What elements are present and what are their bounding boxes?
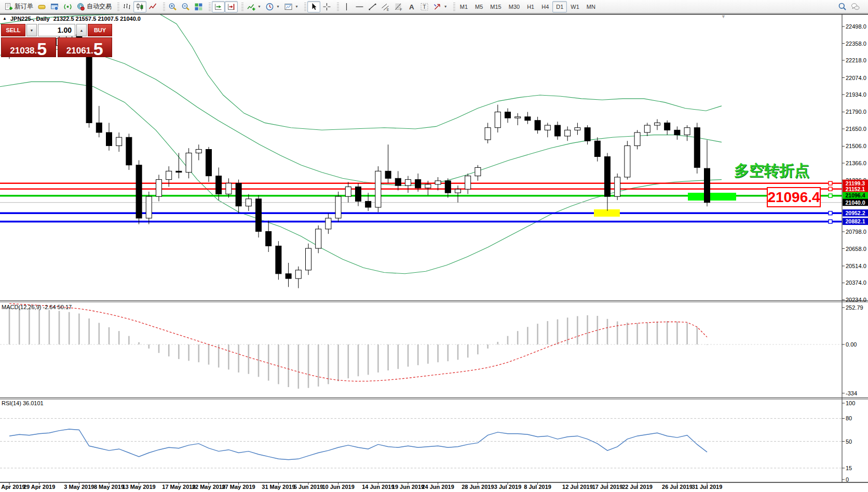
line-chart-button[interactable] — [146, 1, 159, 12]
date-label: 29 Apr 2019 — [23, 484, 55, 490]
date-label: 22 Jul 2019 — [622, 484, 653, 490]
toolbar-group-separator — [209, 3, 211, 11]
sell-button[interactable]: SELL — [1, 24, 25, 36]
line-anchor-handle[interactable] — [829, 181, 832, 185]
toolbar-group: EFAT▼ — [340, 1, 451, 13]
tile-windows-icon — [194, 3, 203, 11]
candle — [485, 128, 491, 140]
sell-price-box[interactable]: 21038. 5 — [1, 37, 56, 57]
vertical-line-icon — [342, 3, 351, 11]
chart-shift-marker-icon[interactable]: ▼ — [721, 14, 726, 19]
equidistant-channel-icon: E — [381, 3, 390, 11]
zoom-out-button[interactable] — [179, 1, 192, 12]
signals-button[interactable] — [61, 1, 74, 12]
candle — [375, 171, 381, 207]
date-label: 14 Jun 2019 — [362, 484, 394, 490]
candle — [594, 141, 600, 156]
macd-pane[interactable] — [0, 303, 842, 389]
vertical-line-button[interactable] — [340, 1, 353, 12]
timeframe-m30-button[interactable]: M30 — [505, 1, 523, 12]
chevron-down-icon[interactable]: ▼ — [295, 5, 299, 8]
one-click-collapse-icon[interactable]: ▲ — [3, 17, 7, 21]
buy-price-box[interactable]: 21061. 5 — [58, 37, 113, 57]
timeframe-h4-button[interactable]: H4 — [538, 1, 552, 12]
turning-point-annotation[interactable]: 多空转折点 — [734, 161, 809, 181]
equidistant-channel-button[interactable]: E — [379, 1, 392, 12]
line-anchor-handle[interactable] — [829, 187, 832, 191]
text-label-icon: T — [420, 3, 429, 11]
toolbar-right — [836, 1, 862, 12]
svg-text:100: 100 — [846, 400, 855, 406]
candle — [276, 246, 281, 273]
text-label-button[interactable]: T — [418, 1, 431, 12]
chevron-down-icon[interactable]: ▼ — [444, 5, 447, 8]
new-order-button[interactable]: 新订单 — [2, 1, 35, 12]
auto-scroll-button[interactable] — [212, 1, 225, 12]
crosshair-button[interactable] — [320, 1, 333, 12]
buy-button[interactable]: BUY — [88, 24, 112, 36]
search-button[interactable] — [836, 1, 849, 12]
fibonacci-button[interactable]: F — [392, 1, 405, 12]
candle — [345, 187, 351, 197]
toolbar-group — [120, 1, 161, 13]
timeframe-h1-button[interactable]: H1 — [523, 1, 538, 12]
svg-text:20952.2: 20952.2 — [846, 210, 865, 216]
timeframe-mn-button[interactable]: MN — [583, 1, 599, 12]
periods-button[interactable]: ▼ — [263, 1, 282, 12]
chevron-down-icon[interactable]: ▼ — [257, 5, 261, 8]
search-icon — [838, 3, 847, 11]
highlight-rectangle-1[interactable] — [594, 209, 620, 217]
chart-plot[interactable]: 22498.022358.022218.022074.021934.021790… — [0, 0, 868, 492]
chart-shift-button[interactable] — [225, 1, 238, 12]
signals-icon — [63, 3, 72, 11]
candle — [585, 128, 590, 141]
chevron-down-icon[interactable]: ▼ — [276, 5, 280, 8]
auto-trading-button[interactable]: 自动交易 — [74, 1, 114, 12]
svg-text:80: 80 — [846, 415, 852, 421]
bar-chart-button[interactable] — [120, 1, 133, 12]
line-anchor-handle[interactable] — [829, 194, 832, 197]
candle — [415, 180, 421, 188]
tile-windows-button[interactable] — [192, 1, 205, 12]
volume-increase-button[interactable]: ▲ — [76, 24, 87, 36]
chat-button[interactable] — [849, 1, 862, 12]
toolbar-group-separator — [163, 3, 165, 11]
candle — [176, 171, 182, 172]
volume-input[interactable] — [38, 24, 75, 36]
timeframe-w1-button[interactable]: W1 — [567, 1, 583, 12]
timeframe-d1-button[interactable]: D1 — [552, 1, 567, 12]
zoom-in-button[interactable] — [166, 1, 179, 12]
timeframe-m1-button[interactable]: M1 — [456, 1, 471, 12]
text-button[interactable]: A — [405, 1, 418, 12]
quotes-button[interactable] — [35, 1, 48, 12]
candle — [106, 132, 112, 146]
date-label: 17 May 2019 — [162, 484, 195, 490]
highlight-rectangle-2[interactable] — [688, 193, 736, 201]
line-anchor-handle[interactable] — [829, 211, 832, 215]
date-label: 28 Jun 2019 — [462, 484, 494, 490]
price-axis[interactable]: 22498.022358.022218.022074.021934.021790… — [842, 23, 866, 483]
toolbar-group-separator — [117, 3, 119, 11]
volume-decrease-button[interactable]: ▼ — [26, 24, 37, 36]
cursor-button[interactable] — [307, 1, 320, 12]
date-label: 13 May 2019 — [122, 484, 155, 490]
price-callout-box[interactable]: 21096.4 — [767, 187, 821, 207]
main-price-pane[interactable] — [0, 12, 842, 288]
date-axis[interactable]: 24 Apr 201929 Apr 20193 May 20198 May 20… — [0, 483, 722, 490]
toolbar-group — [307, 1, 335, 13]
candle — [136, 165, 142, 218]
trendline-button[interactable] — [366, 1, 379, 12]
svg-text:20234.0: 20234.0 — [846, 297, 866, 303]
sell-price-big-digit: 5 — [37, 42, 47, 56]
price-badge-21040.0: 21040.0 — [843, 199, 868, 206]
timeframe-m15-button[interactable]: M15 — [486, 1, 505, 12]
indicators-button[interactable]: ▼ — [245, 1, 263, 12]
line-anchor-handle[interactable] — [829, 220, 832, 223]
candle-chart-button[interactable] — [133, 1, 146, 12]
templates-button[interactable]: ▼ — [282, 1, 301, 12]
horizontal-line-button[interactable] — [353, 1, 366, 12]
rsi-pane[interactable] — [0, 418, 842, 468]
timeframe-m5-button[interactable]: M5 — [471, 1, 486, 12]
chart-window-button[interactable] — [48, 1, 61, 12]
arrows-button[interactable]: ▼ — [431, 1, 450, 12]
